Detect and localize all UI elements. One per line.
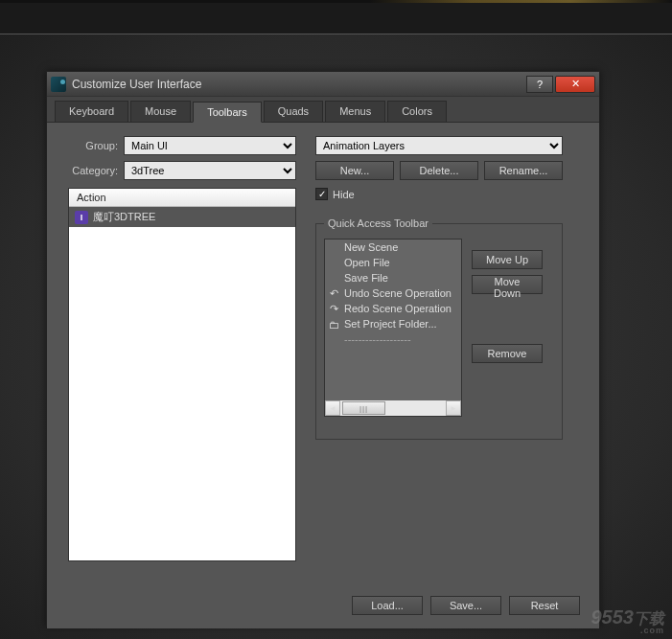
reset-button[interactable]: Reset — [509, 596, 580, 615]
toolbar-select[interactable]: Animation Layers — [315, 136, 563, 155]
close-button[interactable]: ✕ — [555, 76, 595, 93]
group-select[interactable]: Main UI — [124, 136, 296, 155]
delete-button[interactable]: Delete... — [400, 161, 478, 180]
titlebar[interactable]: Customize User Interface ? ✕ — [47, 72, 599, 97]
tab-panel-toolbars: Group: Main UI Category: 3dTree Action I… — [47, 123, 599, 628]
qat-separator[interactable]: ------------------- — [325, 331, 461, 347]
qat-item[interactable]: 🗀Set Project Folder... — [325, 316, 461, 331]
new-button[interactable]: New... — [315, 161, 394, 180]
undo-icon: ↶ — [328, 287, 340, 300]
action-list[interactable]: Action I 魔叮3DTREE — [68, 188, 296, 561]
tab-colors[interactable]: Colors — [387, 101, 447, 122]
rename-button[interactable]: Rename... — [484, 161, 563, 180]
move-up-button[interactable]: Move Up — [472, 250, 543, 269]
quick-access-toolbar-group: Quick Access Toolbar New Scene Open File… — [315, 217, 563, 440]
qat-item[interactable]: Open File — [325, 255, 461, 270]
scroll-left-button[interactable]: ◄ — [325, 400, 340, 416]
tab-strip: Keyboard Mouse Toolbars Quads Menus Colo… — [47, 97, 599, 123]
hide-checkbox[interactable]: ✓ — [315, 188, 328, 200]
tab-toolbars[interactable]: Toolbars — [193, 102, 262, 123]
action-item-label: 魔叮3DTREE — [93, 210, 155, 224]
load-button[interactable]: Load... — [352, 596, 423, 615]
scroll-thumb[interactable]: ||| — [342, 401, 385, 415]
scroll-right-button[interactable]: ► — [446, 400, 461, 416]
remove-button[interactable]: Remove — [472, 344, 543, 363]
hide-label: Hide — [333, 189, 355, 200]
tab-mouse[interactable]: Mouse — [130, 101, 191, 122]
action-item-icon: I — [75, 211, 88, 224]
action-item[interactable]: I 魔叮3DTREE — [69, 207, 295, 227]
category-label: Category: — [60, 165, 118, 176]
horizontal-scrollbar[interactable]: ◄ ||| ► — [325, 400, 461, 416]
qat-item[interactable]: ↷Redo Scene Operation — [325, 301, 461, 316]
category-select[interactable]: 3dTree — [124, 161, 296, 180]
save-button[interactable]: Save... — [430, 596, 501, 615]
action-list-header: Action — [69, 189, 295, 207]
window-title: Customize User Interface — [72, 78, 526, 91]
tab-menus[interactable]: Menus — [325, 101, 385, 122]
app-icon — [51, 77, 66, 92]
folder-icon: 🗀 — [328, 318, 340, 331]
qat-list[interactable]: New Scene Open File Save File ↶Undo Scen… — [324, 239, 462, 417]
qat-item[interactable]: Save File — [325, 270, 461, 285]
help-button[interactable]: ? — [526, 76, 553, 93]
qat-legend: Quick Access Toolbar — [324, 217, 432, 229]
group-label: Group: — [60, 140, 118, 151]
tab-keyboard[interactable]: Keyboard — [55, 101, 128, 122]
customize-ui-dialog: Customize User Interface ? ✕ Keyboard Mo… — [46, 71, 600, 627]
watermark: 9553下载 .com — [591, 606, 665, 635]
redo-icon: ↷ — [328, 303, 340, 315]
tab-quads[interactable]: Quads — [264, 101, 323, 122]
qat-item[interactable]: ↶Undo Scene Operation — [325, 285, 461, 301]
move-down-button[interactable]: Move Down — [472, 275, 543, 294]
qat-item[interactable]: New Scene — [325, 240, 461, 255]
